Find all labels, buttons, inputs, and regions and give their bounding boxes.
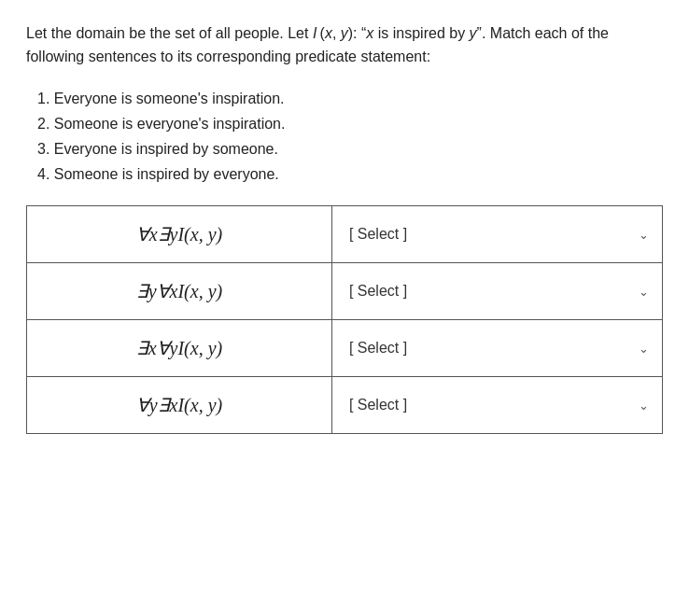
formula-4: ∀y∃xI(x, y) <box>136 395 223 415</box>
table-row: ∀y∃xI(x, y) [ Select ] ⌄ <box>27 377 663 434</box>
chevron-down-icon-1: ⌄ <box>639 228 649 242</box>
formula-cell-3: ∃x∀yI(x, y) <box>27 320 332 377</box>
chevron-down-icon-4: ⌄ <box>639 399 649 413</box>
formula-2: ∃y∀xI(x, y) <box>136 281 223 301</box>
chevron-down-icon-3: ⌄ <box>639 342 649 356</box>
select-label-1: [ Select ] <box>349 226 407 243</box>
sentences-list: 1. Everyone is someone's inspiration. 2.… <box>37 86 663 188</box>
formula-3: ∃x∀yI(x, y) <box>136 338 223 358</box>
formula-1: ∀x∃yI(x, y) <box>136 224 223 245</box>
formula-cell-2: ∃y∀xI(x, y) <box>27 263 332 320</box>
table-row: ∀x∃yI(x, y) [ Select ] ⌄ <box>27 206 663 263</box>
sentence-4: 4. Someone is inspired by everyone. <box>37 161 663 187</box>
sentence-2: 2. Someone is everyone's inspiration. <box>37 111 663 136</box>
select-dropdown-1[interactable]: [ Select ] ⌄ <box>332 209 662 259</box>
matching-table: ∀x∃yI(x, y) [ Select ] ⌄ ∃y∀xI(x, y) [ S… <box>26 205 663 434</box>
formula-cell-4: ∀y∃xI(x, y) <box>27 377 332 434</box>
select-label-4: [ Select ] <box>349 397 407 413</box>
select-label-3: [ Select ] <box>349 340 407 357</box>
chevron-down-icon-2: ⌄ <box>639 285 649 299</box>
select-cell-3[interactable]: [ Select ] ⌄ <box>331 320 662 377</box>
select-dropdown-3[interactable]: [ Select ] ⌄ <box>332 323 662 373</box>
select-cell-1[interactable]: [ Select ] ⌄ <box>331 206 662 263</box>
intro-paragraph: Let the domain be the set of all people.… <box>26 22 663 69</box>
select-dropdown-2[interactable]: [ Select ] ⌄ <box>332 266 662 316</box>
select-dropdown-4[interactable]: [ Select ] ⌄ <box>332 380 662 430</box>
select-cell-2[interactable]: [ Select ] ⌄ <box>331 263 662 320</box>
formula-cell-1: ∀x∃yI(x, y) <box>27 206 332 263</box>
select-cell-4[interactable]: [ Select ] ⌄ <box>331 377 662 434</box>
sentence-1: 1. Everyone is someone's inspiration. <box>37 86 663 111</box>
table-row: ∃x∀yI(x, y) [ Select ] ⌄ <box>27 320 663 377</box>
select-label-2: [ Select ] <box>349 283 407 300</box>
sentence-3: 3. Everyone is inspired by someone. <box>37 136 663 161</box>
table-row: ∃y∀xI(x, y) [ Select ] ⌄ <box>27 263 663 320</box>
